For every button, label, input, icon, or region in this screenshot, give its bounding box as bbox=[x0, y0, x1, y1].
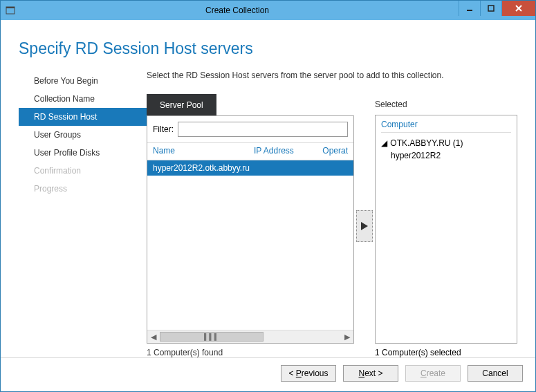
pool-row[interactable]: hyper2012R2.otk.abbyy.ru bbox=[147, 160, 353, 176]
transfer-arrow-column bbox=[354, 94, 375, 357]
svg-rect-1 bbox=[6, 7, 15, 8]
step-confirmation: Confirmation bbox=[19, 162, 147, 180]
collapse-icon[interactable]: ◢ bbox=[381, 137, 388, 149]
instruction-text: Select the RD Session Host servers from … bbox=[147, 71, 517, 80]
maximize-button[interactable] bbox=[480, 1, 501, 16]
scroll-track[interactable]: ▌▌▌ bbox=[160, 332, 341, 342]
scroll-thumb[interactable]: ▌▌▌ bbox=[160, 332, 264, 342]
pool-column-headers: Name IP Address Operat bbox=[147, 143, 353, 160]
titlebar-left bbox=[5, 5, 16, 16]
close-button[interactable] bbox=[501, 1, 535, 16]
wizard-steps: Before You Begin Collection Name RD Sess… bbox=[19, 71, 147, 357]
selected-count: 1 Computer(s) selected bbox=[375, 348, 517, 357]
selected-col-header[interactable]: Computer bbox=[381, 120, 511, 133]
step-collection-name[interactable]: Collection Name bbox=[19, 90, 147, 108]
step-user-profile-disks[interactable]: User Profile Disks bbox=[19, 144, 147, 162]
previous-button[interactable]: < Previous bbox=[281, 365, 336, 382]
window-controls bbox=[459, 1, 535, 20]
next-button-key: N bbox=[358, 368, 364, 378]
add-to-selected-button[interactable] bbox=[356, 210, 373, 242]
wizard-window: Create Collection Specify RD Session Hos… bbox=[0, 0, 536, 392]
step-progress: Progress bbox=[19, 180, 147, 198]
arrow-right-icon bbox=[361, 222, 368, 230]
next-button[interactable]: Next > bbox=[343, 365, 398, 382]
selected-item[interactable]: hyper2012R2 bbox=[381, 149, 511, 162]
step-user-groups[interactable]: User Groups bbox=[19, 126, 147, 144]
filter-input[interactable] bbox=[178, 122, 348, 137]
titlebar: Create Collection bbox=[1, 1, 535, 20]
columns: Before You Begin Collection Name RD Sess… bbox=[19, 71, 517, 357]
selected-box: Computer ◢ OTK.ABBYY.RU (1) hyper2012R2 bbox=[375, 115, 517, 344]
main-panel: Select the RD Session Host servers from … bbox=[147, 71, 517, 357]
minimize-button[interactable] bbox=[459, 1, 480, 16]
col-header-name[interactable]: Name bbox=[153, 146, 254, 156]
step-rd-session-host[interactable]: RD Session Host bbox=[19, 108, 147, 126]
cancel-button[interactable]: Cancel bbox=[468, 365, 523, 382]
create-button: Create bbox=[405, 365, 461, 382]
col-header-os[interactable]: Operat bbox=[322, 146, 348, 156]
selected-group-label: OTK.ABBYY.RU (1) bbox=[390, 138, 463, 148]
filter-label: Filter: bbox=[153, 124, 174, 134]
content-area: Specify RD Session Host servers Before Y… bbox=[1, 20, 535, 357]
panels: Server Pool Filter: Name IP Address Oper… bbox=[147, 94, 517, 357]
pool-list[interactable]: hyper2012R2.otk.abbyy.ru bbox=[147, 160, 353, 330]
svg-rect-3 bbox=[488, 6, 494, 11]
wizard-footer: < Previous Next > Create Cancel bbox=[1, 357, 535, 391]
col-header-ip[interactable]: IP Address bbox=[254, 146, 322, 156]
server-pool-box: Filter: Name IP Address Operat hyper2012… bbox=[147, 115, 354, 344]
create-button-key: C bbox=[421, 368, 427, 378]
server-pool-tab[interactable]: Server Pool bbox=[147, 94, 216, 115]
selected-group[interactable]: ◢ OTK.ABBYY.RU (1) bbox=[381, 137, 511, 149]
filter-row: Filter: bbox=[147, 116, 353, 143]
previous-button-key: P bbox=[296, 368, 302, 378]
app-icon bbox=[5, 5, 16, 16]
svg-marker-6 bbox=[361, 222, 368, 230]
step-before-you-begin[interactable]: Before You Begin bbox=[19, 72, 147, 90]
server-pool-panel: Server Pool Filter: Name IP Address Oper… bbox=[147, 94, 354, 357]
scroll-left-icon[interactable]: ◀ bbox=[147, 333, 160, 342]
window-title: Create Collection bbox=[16, 6, 459, 15]
selected-panel: Selected Computer ◢ OTK.ABBYY.RU (1) hyp… bbox=[375, 94, 517, 357]
horizontal-scrollbar[interactable]: ◀ ▌▌▌ ▶ bbox=[147, 330, 353, 343]
page-heading: Specify RD Session Host servers bbox=[19, 39, 517, 58]
found-count: 1 Computer(s) found bbox=[147, 348, 354, 357]
scroll-right-icon[interactable]: ▶ bbox=[341, 333, 353, 342]
selected-title: Selected bbox=[375, 94, 517, 109]
